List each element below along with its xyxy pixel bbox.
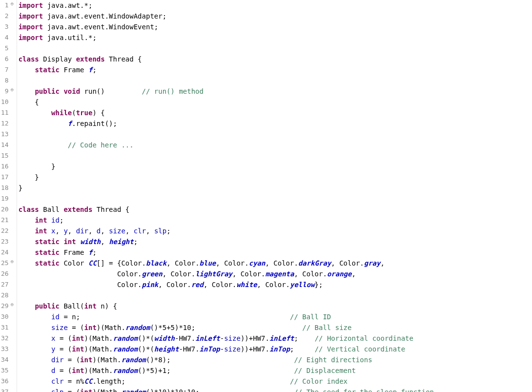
line-number: 17 [1,172,14,183]
line-number-text: 22 [1,226,9,236]
token-stc: orange [327,270,352,278]
fold-icon[interactable]: ⊖ [10,2,14,6]
line-number-text: 8 [5,75,9,86]
token-stc: random [113,367,138,374]
code-line[interactable]: static Frame f; [19,64,532,75]
token-kw: static [35,238,60,246]
line-number: 4 [1,32,14,43]
token-cm: // Eight directions [294,356,372,364]
token-id [19,367,51,374]
code-line[interactable]: { [19,97,532,107]
code-line[interactable]: x = (int)(Math.random()*(width-HW7.inLef… [19,333,532,344]
token-id: ; [294,334,315,342]
code-editor[interactable]: 1⊖23456789⊖10111213141516171819202122232… [0,0,532,392]
code-line[interactable]: f.repaint(); [19,118,532,129]
token-id: java.awt.event.WindowAdapter; [43,12,166,20]
token-id: , Color. [294,270,327,278]
code-line[interactable]: int id; [19,215,532,226]
line-number-text: 10 [1,97,9,107]
code-line[interactable] [19,129,532,140]
code-line[interactable]: static Color CC[] = {Color.black, Color.… [19,258,532,268]
code-area[interactable]: import java.awt.*;import java.awt.event.… [17,0,532,392]
token-id [19,66,35,74]
token-id: , Color. [158,281,191,289]
code-line[interactable]: import java.util.*; [19,32,532,43]
code-line[interactable]: size = (int)(Math.random()*5+5)*10; // B… [19,322,532,333]
token-id: Ball [39,206,64,213]
token-fld: id [51,313,60,321]
line-number-text: 15 [1,150,9,161]
line-number-text: 36 [1,376,9,387]
line-number: 3 [1,21,14,32]
line-number: 24 [1,247,14,258]
fold-icon[interactable]: ⊖ [10,88,14,92]
code-line[interactable]: } [19,172,532,183]
code-line[interactable]: class Display extends Thread { [19,54,532,64]
code-line[interactable]: public Ball(int n) { [19,301,532,311]
code-line[interactable]: import java.awt.event.WindowEvent; [19,21,532,32]
token-stc: white [236,281,257,289]
code-line[interactable]: } [19,183,532,193]
code-line[interactable]: class Ball extends Thread { [19,204,532,215]
code-line[interactable] [19,290,532,301]
token-fld: slp [154,227,166,235]
token-id: [] = {Color. [97,259,146,267]
code-line[interactable]: id = n; // Ball ID [19,311,532,322]
token-id: , Color. [163,270,195,278]
line-number: 36 [1,376,14,387]
line-number-text: 16 [1,161,9,172]
line-number-text: 12 [1,118,9,129]
token-id: Thread { [92,206,129,213]
code-line[interactable]: Color.pink, Color.red, Color.white, Colo… [19,279,532,290]
code-line[interactable]: while(true) { [19,107,532,118]
code-line[interactable]: dir = (int)(Math.random()*8); // Eight d… [19,354,532,365]
code-line[interactable]: clr = n%CC.length; // Color index [19,376,532,387]
fold-icon[interactable]: ⊖ [10,260,14,264]
fold-icon[interactable]: ⊖ [10,303,14,307]
code-line[interactable]: static Frame f; [19,247,532,258]
token-id: = ( [56,345,72,353]
line-number: 16 [1,161,14,172]
code-line[interactable]: import java.awt.*; [19,0,532,11]
code-line[interactable] [19,43,532,54]
token-id: , Color. [216,259,248,267]
token-kw: static [35,66,60,74]
token-kw: public [35,302,60,310]
code-line[interactable]: } [19,161,532,172]
code-line[interactable] [19,75,532,86]
token-fld: size [51,324,68,331]
code-line[interactable]: y = (int)(Math.random()*(height-HW7.inTo… [19,344,532,354]
code-line[interactable]: Color.green, Color.lightGray, Color.mage… [19,268,532,279]
line-number-text: 9 [5,86,9,97]
token-id: { [19,98,39,106]
code-line[interactable] [19,150,532,161]
code-line[interactable] [19,193,532,204]
token-id: } [19,163,56,170]
token-stc: black [146,259,166,267]
token-kw: int [80,388,92,392]
token-id: = n; [60,313,290,321]
line-number-text: 35 [1,365,9,376]
token-id: , [351,270,355,278]
line-number-text: 31 [1,322,9,333]
token-id [19,324,51,331]
code-line[interactable]: static int width, height; [19,236,532,247]
line-number-text: 33 [1,344,9,354]
token-id: Frame [60,248,88,256]
token-id [19,313,51,321]
code-line[interactable]: import java.awt.event.WindowAdapter; [19,11,532,21]
token-kw: class [19,206,39,213]
line-number-text: 17 [1,172,9,183]
token-id [19,216,35,224]
token-stc: pink [142,281,159,289]
code-line[interactable]: // Code here ... [19,140,532,150]
token-cm: // run() method [142,87,204,95]
code-line[interactable]: int x, y, dir, d, size, clr, slp; [19,226,532,236]
line-number-text: 13 [1,129,9,140]
code-line[interactable]: d = (int)(Math.random()*5)+1; // Displac… [19,365,532,376]
token-id: )(Math. [84,345,113,353]
token-id: java.util.*; [43,34,97,41]
token-id: ))+HW7. [241,345,269,353]
code-line[interactable]: slp = (int)(Math.random()*10)*10+10; // … [19,387,532,392]
code-line[interactable]: public void run() // run() method [19,86,532,97]
